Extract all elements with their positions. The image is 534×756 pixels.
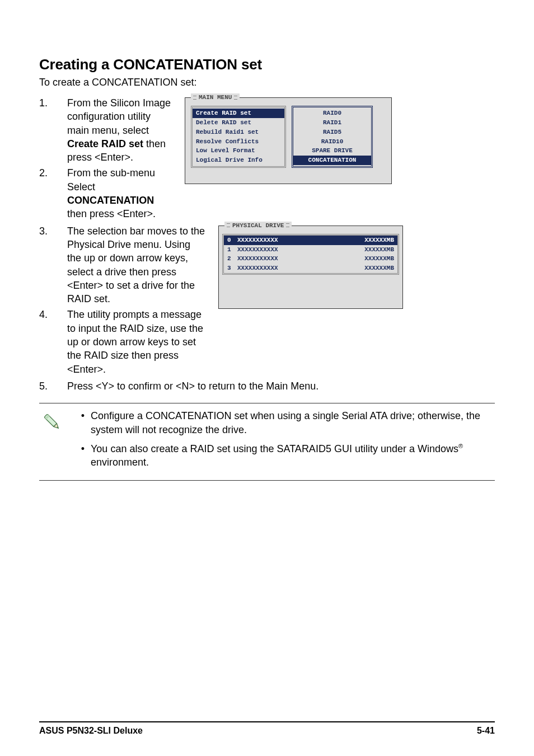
drive-name: XXXXXXXXXXX [237,255,349,263]
drive-index: 2 [227,255,237,263]
step-bold: CONCATENATION [67,195,154,206]
raid-type-raid0[interactable]: RAID0 [293,109,371,118]
panel-title: PHYSICAL DRIVE [224,222,292,230]
raid-type-raid10[interactable]: RAID10 [293,137,371,147]
step-body: The utility prompts a message to input t… [67,308,207,375]
step-body: From the sub-menu Select CONCATENATION t… [67,166,174,220]
step-5: 5. Press <Y> to confirm or <N> to return… [39,379,495,393]
menu-item-logical-drive-info[interactable]: Logical Drive Info [193,156,284,165]
steps-list: 1. From the Silicon Image configuration … [39,96,495,393]
menu-item-create-raid-set[interactable]: Create RAID set [193,109,284,118]
step-text: From the sub-menu Select [67,167,155,192]
step-number: 2. [39,166,67,220]
step-body: Press <Y> to confirm or <N> to return to… [67,379,495,393]
note-pencil-icon [39,409,65,435]
raid-type-raid1[interactable]: RAID1 [293,118,371,128]
footer-product: ASUS P5N32-SLI Deluxe [39,726,143,736]
step-text: From the Silicon Image configuration uti… [67,97,171,136]
main-menu-right-list: RAID0 RAID1 RAID5 RAID10 SPARE DRIVE CON… [292,106,373,168]
step-number: 4. [39,308,67,375]
bullet-icon: • [75,409,91,436]
note-text: You can also create a RAID set using the… [91,442,495,469]
drive-size: XXXXXXMB [349,255,394,263]
physical-drive-row[interactable]: 1 XXXXXXXXXXX XXXXXXMB [224,245,397,255]
step-body: From the Silicon Image configuration uti… [67,96,174,164]
menu-item-rebuild-raid1-set[interactable]: Rebuild Raid1 set [193,128,284,137]
step-body: The selection bar moves to the Physical … [67,224,207,306]
physical-drive-panel: PHYSICAL DRIVE 0 XXXXXXXXXXX XXXXXXMB 1 … [218,226,403,309]
step-bold: Create RAID set [67,138,143,149]
drive-name: XXXXXXXXXXX [237,246,349,254]
drive-index: 0 [227,236,237,245]
drive-name: XXXXXXXXXXX [237,264,349,273]
note-text: Configure a CONCATENATION set when using… [91,409,495,436]
physical-drive-row[interactable]: 0 XXXXXXXXXXX XXXXXXMB [224,236,397,245]
section-heading: Creating a CONCATENATION set [39,56,495,73]
note-text-part: environment. [91,457,149,468]
raid-type-raid5[interactable]: RAID5 [293,128,371,137]
step-1-2: 1. From the Silicon Image configuration … [39,96,495,221]
drive-size: XXXXXXMB [349,246,394,254]
bullet-icon: • [75,442,91,469]
raid-type-concatenation[interactable]: CONCATENATION [293,156,371,165]
drive-size: XXXXXXMB [349,236,394,245]
registered-mark: ® [458,443,463,449]
page-footer: ASUS P5N32-SLI Deluxe 5-41 [39,721,495,736]
drive-index: 1 [227,246,237,254]
physical-drive-row[interactable]: 3 XXXXXXXXXXX XXXXXXMB [224,264,397,273]
menu-item-low-level-format[interactable]: Low Level Format [193,146,284,156]
step-text: then press <Enter>. [67,208,156,219]
note-item: • You can also create a RAID set using t… [75,442,495,469]
svg-rect-0 [44,414,57,427]
intro-text: To create a CONCATENATION set: [39,77,495,88]
step-number: 3. [39,224,67,306]
note-box: • Configure a CONCATENATION set when usi… [39,403,495,481]
note-text-part: You can also create a RAID set using the… [91,443,458,454]
note-item: • Configure a CONCATENATION set when usi… [75,409,495,436]
step-number: 5. [39,379,67,393]
menu-item-delete-raid-set[interactable]: Delete RAID set [193,118,284,128]
step-number: 1. [39,96,67,164]
drive-index: 3 [227,264,237,273]
menu-item-resolve-conflicts[interactable]: Resolve Conflicts [193,137,284,147]
panel-title: MAIN MENU [191,93,240,102]
main-menu-left-list: Create RAID set Delete RAID set Rebuild … [191,106,286,168]
main-menu-panel: MAIN MENU Create RAID set Delete RAID se… [185,97,392,184]
footer-page-number: 5-41 [477,726,495,736]
note-list: • Configure a CONCATENATION set when usi… [75,409,495,475]
raid-type-spare-drive[interactable]: SPARE DRIVE [293,146,371,156]
drive-size: XXXXXXMB [349,264,394,273]
physical-drive-row[interactable]: 2 XXXXXXXXXXX XXXXXXMB [224,254,397,264]
drive-name: XXXXXXXXXXX [237,236,349,245]
step-3-4: 3. The selection bar moves to the Physic… [39,224,495,376]
